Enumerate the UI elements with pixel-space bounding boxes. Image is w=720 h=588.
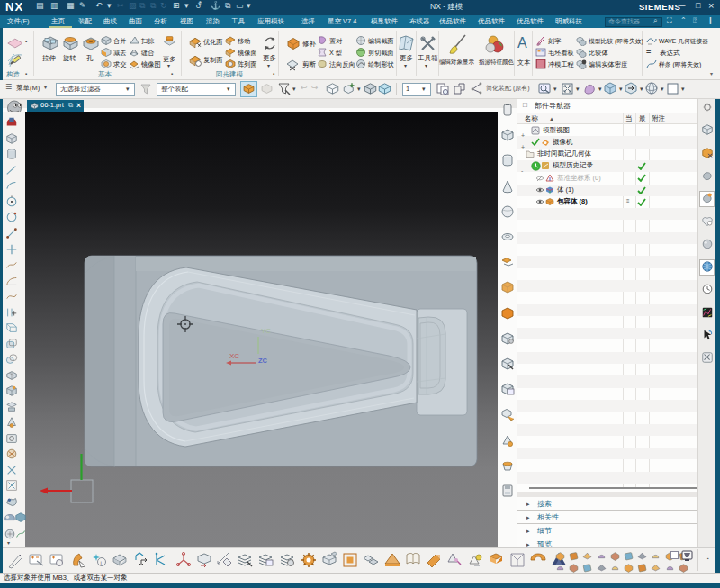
svg-text:XC: XC bbox=[230, 352, 239, 360]
svg-text:YC: YC bbox=[261, 327, 271, 335]
svg-text:i: i bbox=[100, 560, 101, 565]
svg-text:ZC: ZC bbox=[258, 357, 268, 365]
